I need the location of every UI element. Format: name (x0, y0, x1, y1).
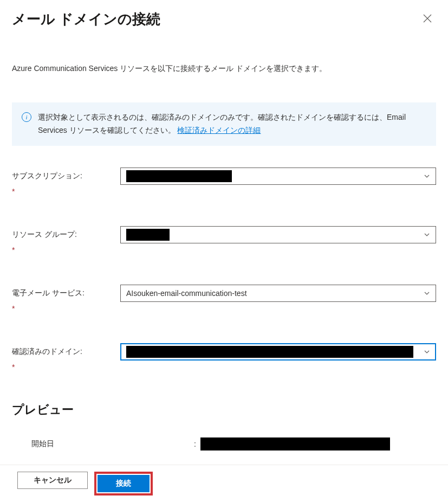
info-banner: i 選択対象として表示されるのは、確認済みのドメインのみです。確認されたドメイン… (12, 102, 436, 146)
verified-domains-link[interactable]: 検証済みドメインの詳細 (177, 126, 261, 134)
info-text: 選択対象として表示されるのは、確認済みのドメインのみです。確認されたドメインを確… (38, 111, 426, 137)
chevron-down-icon (424, 349, 430, 355)
footer: キャンセル 接続 (0, 465, 448, 502)
email-service-label: 電子メール サービス: (12, 288, 120, 298)
chevron-down-icon (424, 173, 430, 179)
required-indicator: * (12, 246, 436, 254)
resource-group-dropdown[interactable] (120, 226, 436, 243)
preview-start-date-row: 開始日 : (12, 437, 436, 450)
resource-group-value-redacted (126, 229, 170, 241)
required-indicator: * (12, 363, 436, 371)
required-indicator: * (12, 304, 436, 313)
connect-button[interactable]: 接続 (98, 475, 150, 492)
email-service-value: AIsouken-email-communication-test (126, 289, 247, 298)
subscription-value-redacted (126, 170, 232, 182)
preview-start-date-label: 開始日 (31, 439, 194, 449)
info-icon: i (22, 112, 31, 122)
resource-group-label: リソース グループ: (12, 230, 120, 240)
subscription-label: サブスクリプション: (12, 171, 120, 181)
verified-domain-dropdown[interactable] (120, 343, 436, 361)
chevron-down-icon (424, 231, 430, 238)
email-service-dropdown[interactable]: AIsouken-email-communication-test (120, 285, 436, 302)
subscription-dropdown[interactable] (120, 168, 436, 185)
preview-colon: : (194, 440, 196, 448)
verified-domain-label: 確認済みのドメイン: (12, 347, 120, 357)
required-indicator: * (12, 187, 436, 196)
preview-start-date-value-redacted (200, 437, 390, 450)
page-title: メール ドメインの接続 (12, 10, 160, 29)
connect-button-highlight: 接続 (94, 472, 153, 495)
preview-heading: プレビュー (12, 402, 436, 418)
close-button[interactable] (419, 10, 436, 28)
description-text: Azure Communication Services リソースを以下に接続す… (12, 62, 436, 74)
cancel-button[interactable]: キャンセル (17, 472, 88, 489)
verified-domain-value-redacted (126, 346, 413, 358)
close-icon (423, 14, 432, 23)
chevron-down-icon (424, 290, 430, 297)
